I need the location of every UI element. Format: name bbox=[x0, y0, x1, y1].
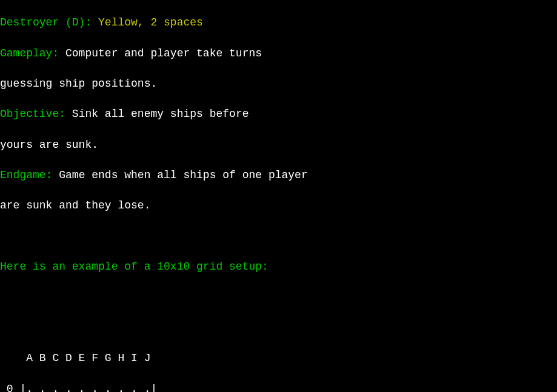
endgame-text-1: Game ends when all ships of one player bbox=[52, 169, 307, 181]
ship-name: Destroyer (D): bbox=[0, 16, 92, 28]
endgame-line-1: Endgame: Game ends when all ships of one… bbox=[0, 168, 557, 183]
gameplay-line-1: Gameplay: Computer and player take turns bbox=[0, 46, 557, 61]
ship-desc: Yellow, 2 spaces bbox=[92, 16, 203, 28]
gameplay-line-2: guessing ship positions. bbox=[0, 76, 557, 91]
objective-label: Objective: bbox=[0, 108, 65, 120]
terminal-output: Destroyer (D): Yellow, 2 spaces Gameplay… bbox=[0, 0, 557, 392]
example-header: Here is an example of a 10x10 grid setup… bbox=[0, 259, 557, 274]
grid-header: A B C D E F G H I J bbox=[0, 351, 557, 366]
objective-line-2: yours are sunk. bbox=[0, 138, 557, 153]
objective-line-1: Objective: Sink all enemy ships before bbox=[0, 107, 557, 122]
blank-line-3 bbox=[0, 321, 557, 336]
gameplay-text-1: Computer and player take turns bbox=[59, 47, 262, 59]
gameplay-label: Gameplay: bbox=[0, 47, 59, 59]
ship-line: Destroyer (D): Yellow, 2 spaces bbox=[0, 15, 557, 30]
blank-line-1 bbox=[0, 229, 557, 244]
grid-row: 0 |. . . . . . . . . .| bbox=[0, 382, 557, 392]
endgame-label: Endgame: bbox=[0, 169, 52, 181]
endgame-line-2: are sunk and they lose. bbox=[0, 198, 557, 213]
objective-text-1: Sink all enemy ships before bbox=[65, 108, 248, 120]
blank-line-2 bbox=[0, 290, 557, 305]
